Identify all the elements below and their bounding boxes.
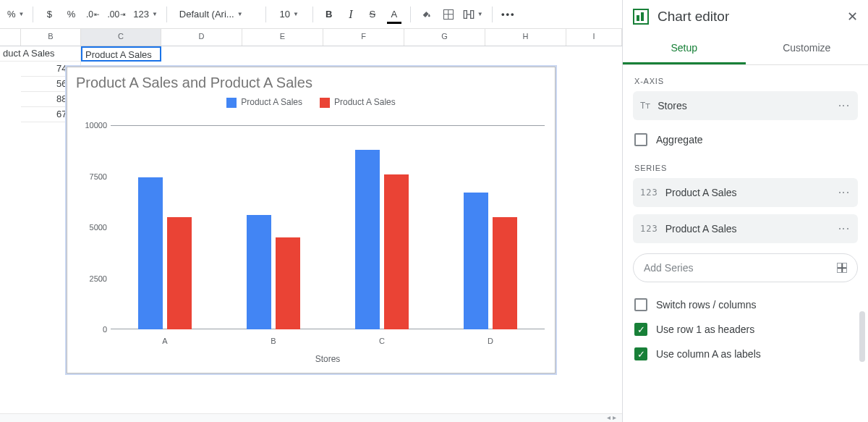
separator	[410, 7, 411, 22]
legend-swatch-red	[320, 98, 330, 108]
add-series-button[interactable]: Add Series	[633, 253, 858, 282]
row1-checkbox[interactable]: ✓	[634, 323, 647, 336]
tab-setup[interactable]: Setup	[623, 33, 746, 64]
aggregate-row[interactable]: Aggregate	[623, 127, 868, 152]
legend-item-2: Product A Sales	[320, 97, 396, 108]
col-header-D[interactable]: D	[161, 29, 242, 46]
chart-plot-area: Stores 025005000750010000ABCD	[111, 125, 545, 329]
close-panel-button[interactable]: ✕	[847, 9, 858, 25]
more-tools-button[interactable]: •••	[498, 4, 519, 25]
aggregate-checkbox[interactable]	[634, 133, 647, 146]
cell-C-header-selected[interactable]: Product A Sales	[81, 46, 161, 62]
borders-icon	[443, 9, 454, 20]
decrease-decimal-button[interactable]: .0⇤	[82, 4, 103, 25]
bold-button[interactable]: B	[319, 4, 339, 25]
use-row1-row[interactable]: ✓ Use row 1 as headers	[623, 317, 868, 342]
range-picker-icon	[837, 263, 847, 273]
y-tick-label: 2500	[75, 274, 107, 283]
chip-menu-icon[interactable]: ⋮	[837, 100, 851, 112]
panel-title: Chart editor	[658, 9, 729, 25]
add-series-label: Add Series	[644, 262, 693, 274]
series-chip-1[interactable]: 123 Product A Sales ⋮	[633, 178, 858, 207]
paint-bucket-icon	[421, 9, 433, 20]
col-header-I[interactable]: I	[566, 29, 622, 46]
chip-menu-icon[interactable]: ⋮	[837, 223, 851, 235]
series-2-label: Product A Sales	[665, 223, 737, 235]
spreadsheet-area: B C D E F G H I duct A Sales Product A S…	[0, 29, 622, 422]
separator	[166, 7, 167, 22]
chart-x-axis-title: Stores	[111, 354, 545, 364]
chart-bar	[276, 237, 300, 329]
chip-menu-icon[interactable]: ⋮	[837, 187, 851, 199]
fill-color-button[interactable]	[417, 4, 437, 25]
panel-tabs: Setup Customize	[623, 33, 868, 65]
series-section-label: SERIES	[623, 152, 868, 178]
increase-decimal-button[interactable]: .00⇥	[104, 4, 129, 25]
xaxis-value: Stores	[658, 100, 686, 111]
series-1-label: Product A Sales	[665, 187, 737, 198]
col-header-B[interactable]: B	[21, 29, 81, 46]
x-tick-label: D	[488, 337, 493, 345]
borders-button[interactable]	[438, 4, 459, 25]
column-headers: B C D E F G H I	[0, 29, 622, 46]
row-header-gutter	[0, 29, 21, 46]
merge-button[interactable]	[460, 4, 486, 25]
legend-swatch-blue	[226, 98, 237, 108]
col-header-H[interactable]: H	[485, 29, 566, 46]
chart-legend: Product A Sales Product A Sales	[67, 94, 555, 114]
number-type-icon: 123	[640, 187, 658, 198]
col-header-E[interactable]: E	[242, 29, 323, 46]
col-header-C[interactable]: C	[81, 29, 161, 46]
text-color-button[interactable]: A	[384, 4, 404, 25]
chart-bar	[384, 174, 409, 329]
separator	[492, 7, 493, 22]
separator	[312, 7, 313, 22]
xaxis-section-label: X-AXIS	[623, 65, 868, 91]
chart-bar	[355, 150, 380, 329]
strikethrough-button[interactable]: S	[362, 4, 383, 25]
aggregate-label: Aggregate	[656, 134, 703, 145]
y-tick-label: 10000	[75, 121, 107, 130]
chart-title: Product A Sales and Product A Sales	[67, 67, 555, 94]
xaxis-chip[interactable]: Tᴛ Stores ⋮	[633, 91, 858, 120]
use-colA-row[interactable]: ✓ Use column A as labels	[623, 342, 868, 366]
chart-bar	[247, 215, 271, 329]
sheet-scroll-arrows[interactable]: ◂ ▸	[607, 413, 616, 421]
chart-bar	[167, 217, 192, 329]
merge-icon	[463, 9, 475, 20]
y-tick-label: 5000	[75, 223, 107, 232]
cell-B-header[interactable]: duct A Sales	[0, 46, 81, 62]
row1-label: Use row 1 as headers	[656, 324, 754, 335]
number-type-icon: 123	[640, 224, 658, 234]
col-header-G[interactable]: G	[404, 29, 485, 46]
chart-embedded[interactable]: Product A Sales and Product A Sales Prod…	[67, 67, 556, 374]
percent-label: %	[7, 9, 16, 20]
italic-button[interactable]: I	[341, 4, 361, 25]
x-tick-label: C	[379, 337, 385, 345]
panel-header: Chart editor ✕	[623, 0, 868, 33]
currency-button[interactable]: $	[39, 4, 59, 25]
panel-scrollbar[interactable]	[859, 311, 867, 415]
separator	[265, 7, 266, 22]
text-type-icon: Tᴛ	[640, 101, 650, 111]
col-header-F[interactable]: F	[323, 29, 404, 46]
series-chip-2[interactable]: 123 Product A Sales ⋮	[633, 214, 858, 243]
tab-customize[interactable]: Customize	[746, 33, 869, 64]
colA-checkbox[interactable]: ✓	[634, 347, 647, 360]
chart-bar	[138, 177, 163, 329]
switch-label: Switch rows / columns	[656, 299, 756, 311]
chart-editor-icon	[633, 9, 649, 25]
x-tick-label: A	[162, 337, 167, 345]
font-picker[interactable]: Default (Ari...	[173, 5, 260, 24]
separator	[33, 7, 33, 22]
switch-checkbox[interactable]	[634, 298, 647, 311]
percent-button[interactable]: %	[61, 4, 81, 25]
switch-rows-cols-row[interactable]: Switch rows / columns	[623, 292, 868, 317]
chart-bar	[493, 217, 517, 329]
legend-item-1: Product A Sales	[226, 97, 302, 108]
font-size-picker[interactable]: 10	[272, 5, 307, 24]
format-percent-dropdown[interactable]: %	[4, 4, 27, 25]
colA-label: Use column A as labels	[656, 348, 761, 360]
y-tick-label: 0	[75, 325, 107, 334]
number-format-button[interactable]: 123	[130, 4, 161, 25]
